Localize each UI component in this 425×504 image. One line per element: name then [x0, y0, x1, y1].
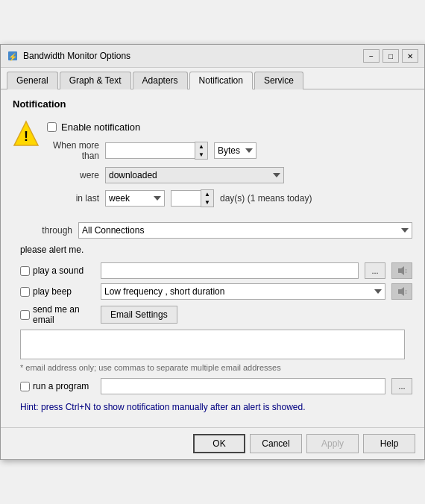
- email-hint: * email address only; use commas to sepa…: [13, 363, 412, 372]
- email-settings-button[interactable]: Email Settings: [101, 306, 177, 324]
- send-email-label: send me an email: [33, 304, 95, 325]
- spinner-down-button[interactable]: ▼: [195, 151, 207, 159]
- were-row: were downloaded uploaded downloaded + up…: [47, 167, 312, 183]
- play-beep-button[interactable]: )): [391, 283, 412, 300]
- svg-text:)): )): [405, 289, 407, 294]
- spinner-buttons: ▲ ▼: [195, 142, 208, 160]
- run-program-label: run a program: [33, 381, 89, 391]
- run-program-row: run a program ...: [13, 378, 412, 394]
- run-program-check-label: run a program: [20, 381, 95, 391]
- play-sound-checkbox[interactable]: [20, 266, 30, 276]
- tab-service[interactable]: Service: [254, 72, 303, 89]
- minimize-button[interactable]: −: [363, 49, 380, 63]
- day-spinner-down-button[interactable]: ▼: [201, 198, 213, 207]
- close-button[interactable]: ✕: [402, 49, 418, 63]
- svg-text:)): )): [405, 268, 407, 273]
- please-alert-text: please alert me.: [13, 245, 412, 255]
- title-bar-controls: − □ ✕: [363, 49, 418, 63]
- form-section: When more than ▲ ▼ Bytes KB MB: [47, 140, 312, 207]
- play-sound-label: play a sound: [33, 265, 84, 276]
- send-email-row: send me an email Email Settings: [13, 304, 412, 325]
- hint-text: Hint: press Ctrl+N to show notification …: [13, 402, 412, 412]
- enable-row: Enable notification: [47, 122, 312, 133]
- period-select[interactable]: week day month: [105, 190, 165, 207]
- tab-adapters[interactable]: Adapters: [133, 72, 188, 89]
- sound-file-input[interactable]: [101, 262, 359, 279]
- warning-icon: !: [13, 120, 40, 147]
- browse-program-button[interactable]: ...: [391, 378, 412, 394]
- bottom-bar: OK Cancel Apply Help: [1, 427, 424, 459]
- play-beep-check-label: play beep: [20, 286, 95, 297]
- send-email-checkbox[interactable]: [20, 310, 30, 320]
- enable-notification-checkbox[interactable]: [47, 122, 57, 132]
- connections-select[interactable]: All Connections: [78, 222, 412, 239]
- apply-button[interactable]: Apply: [306, 434, 359, 453]
- beep-type-select[interactable]: Low frequency , short duration High freq…: [101, 283, 385, 300]
- bytes-value-input[interactable]: [105, 142, 195, 159]
- speaker-beep-icon: )): [397, 286, 407, 297]
- email-addresses-input[interactable]: [20, 330, 405, 359]
- section-title: Notification: [13, 98, 412, 110]
- tab-notification[interactable]: Notification: [189, 72, 253, 89]
- main-window: ⚡ Bandwidth Monitor Options − □ ✕ Genera…: [0, 44, 425, 460]
- bytes-spinner: ▲ ▼: [105, 142, 208, 160]
- through-row: through All Connections: [13, 222, 412, 239]
- maximize-button[interactable]: □: [382, 49, 399, 63]
- in-last-row: in last week day month 1 ▲ ▼: [47, 189, 312, 207]
- svg-marker-4: [398, 266, 404, 275]
- tab-general[interactable]: General: [7, 72, 58, 89]
- day-spinner-up-button[interactable]: ▲: [201, 190, 213, 198]
- title-bar: ⚡ Bandwidth Monitor Options − □ ✕: [1, 45, 424, 68]
- browse-sound-button[interactable]: ...: [365, 262, 385, 279]
- enable-section: Enable notification When more than ▲ ▼: [47, 117, 312, 213]
- were-select[interactable]: downloaded uploaded downloaded + uploade…: [105, 167, 284, 183]
- bytes-unit-select[interactable]: Bytes KB MB GB: [214, 142, 256, 159]
- day-text: day(s) (1 means today): [220, 193, 312, 204]
- speaker-icon: )): [397, 265, 407, 276]
- play-sound-button[interactable]: )): [391, 262, 412, 279]
- tab-graph-text[interactable]: Graph & Text: [60, 72, 131, 89]
- day-value-input[interactable]: 1: [171, 190, 201, 207]
- day-group: 1 ▲ ▼ day(s) (1 means today): [171, 189, 312, 207]
- tabs-bar: General Graph & Text Adapters Notificati…: [1, 68, 424, 89]
- svg-marker-6: [398, 287, 404, 296]
- send-email-check-label: send me an email: [20, 304, 95, 325]
- play-sound-row: play a sound ... )): [13, 262, 412, 279]
- app-icon: ⚡: [7, 50, 19, 62]
- play-beep-checkbox[interactable]: [20, 287, 30, 297]
- day-spinner-buttons: ▲ ▼: [201, 189, 214, 207]
- through-label: through: [20, 225, 72, 236]
- title-bar-left: ⚡ Bandwidth Monitor Options: [7, 50, 130, 62]
- in-last-label: in last: [47, 193, 99, 204]
- spinner-up-button[interactable]: ▲: [195, 142, 207, 151]
- program-path-input[interactable]: [101, 378, 385, 394]
- day-spinner: 1 ▲ ▼: [171, 189, 214, 207]
- ok-button[interactable]: OK: [193, 434, 245, 453]
- play-beep-row: play beep Low frequency , short duration…: [13, 283, 412, 300]
- window-title: Bandwidth Monitor Options: [23, 51, 130, 61]
- help-button[interactable]: Help: [363, 434, 415, 453]
- play-beep-label: play beep: [33, 286, 72, 297]
- were-label: were: [47, 170, 99, 180]
- run-program-checkbox[interactable]: [20, 382, 30, 391]
- enable-notification-label: Enable notification: [61, 122, 140, 133]
- content-area: Notification ! Enable notification When …: [1, 89, 424, 427]
- svg-text:⚡: ⚡: [8, 52, 18, 62]
- cancel-button[interactable]: Cancel: [250, 434, 302, 453]
- svg-text:!: !: [24, 129, 28, 144]
- notification-area: ! Enable notification When more than ▲: [13, 117, 412, 213]
- when-more-than-label: When more than: [47, 140, 99, 161]
- when-more-than-row: When more than ▲ ▼ Bytes KB MB: [47, 140, 312, 161]
- play-sound-check-label: play a sound: [20, 265, 95, 276]
